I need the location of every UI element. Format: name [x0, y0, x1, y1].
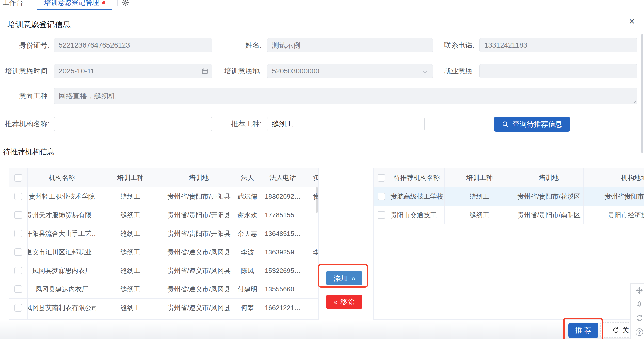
table-row[interactable]: 贵州轻工职业技术学院 缝纫工 贵州省/贵阳市/开阳县 武斌儒 18302692…… [9, 187, 318, 206]
cell-place: 贵州省/贵阳市/南明区 [514, 206, 584, 224]
cell-org-name: 开阳县流合大山手工艺… [28, 224, 96, 243]
select-all-checkbox[interactable] [378, 174, 385, 182]
row-checkbox[interactable] [14, 304, 22, 312]
dialog-scrollbar-thumb[interactable] [641, 34, 643, 153]
cell-org-name: 贵州轻工职业技术学院 [28, 187, 96, 206]
close-icon[interactable]: × [625, 15, 638, 28]
refresh-tool-button[interactable] [630, 311, 644, 325]
section-divider [0, 163, 644, 163]
phone-label: 联系电话: [422, 38, 477, 52]
train-place-select[interactable] [267, 64, 433, 78]
screen: 工作台 培训意愿登记管理 培训意愿登记信息 × 身份证号: 姓名: 联系电话: … [0, 0, 644, 339]
cell-place: 贵州省/遵义市/凤冈县 [165, 299, 233, 317]
side-toolbar: ? [630, 283, 644, 339]
table-row[interactable]: 开阳县流合大山手工艺… 缝纫工 贵州省/贵阳市/开阳县 余天惠 13648515… [9, 224, 318, 243]
sync-icon [636, 314, 643, 322]
cell-legal-phone: 13648515… [262, 224, 304, 243]
table-row[interactable]: 凤冈县建达内衣厂 缝纫工 贵州省/遵义市/凤冈县 付建明 13555660… [9, 280, 318, 299]
tab-separator [117, 0, 118, 6]
col-header: 机构地址 [584, 168, 644, 187]
row-checkbox[interactable] [14, 285, 22, 293]
tab-training-registration[interactable]: 培训意愿登记管理 [37, 0, 112, 7]
cell-place: 贵州省/贵阳市/花溪区 [514, 187, 584, 206]
cell-trade: 缝纫工 [96, 261, 165, 280]
rocket-tool-button[interactable] [630, 297, 644, 311]
cell-place: 贵州省/遵义市/凤冈县 [165, 261, 233, 280]
row-checkbox[interactable] [14, 193, 22, 200]
cell-legal: 余天惠 [233, 224, 262, 243]
select-all-checkbox[interactable] [14, 174, 22, 182]
double-chevron-right-icon: » [351, 274, 355, 282]
org-name-input[interactable] [54, 117, 212, 131]
col-header: 待推荐机构名称 [389, 168, 445, 187]
table-row[interactable]: 凤冈县梦寐思内衣厂 缝纫工 贵州省/遵义市/凤冈县 陈凤 15322695… [9, 261, 318, 280]
move-tool-button[interactable] [630, 283, 644, 297]
col-header: 培训地 [165, 168, 233, 187]
double-chevron-left-icon: « [334, 298, 337, 306]
cell-legal: 陈凤 [233, 261, 262, 280]
cell-org-address: 贵州省贵阳市经济技 [584, 187, 644, 206]
cell-trade: 缝纫工 [96, 224, 165, 243]
tab-workbench[interactable]: 工作台 [3, 0, 23, 7]
cell-org-name: 凤冈县艾南制衣有限公司 [28, 299, 96, 317]
table-header-row: 机构名称 培训工种 培训地 法人 法人电话 负责人 [9, 168, 318, 187]
cell-trade: 缝纫工 [96, 243, 165, 261]
cell-org-name: 遵义市汇川区汇邦职业… [28, 243, 96, 261]
recommend-button-label: 推 荐 [575, 326, 591, 335]
unsaved-dot-badge [102, 1, 105, 4]
train-time-label: 培训意愿时间: [0, 64, 52, 78]
cell-manager [304, 261, 319, 280]
row-checkbox[interactable] [14, 211, 22, 219]
left-table-scrollbar-thumb[interactable] [316, 187, 318, 213]
table-row[interactable]: 遵义市汇川区汇邦职业… 缝纫工 贵州省/遵义市/凤冈县 李波 13639259…… [9, 243, 318, 261]
name-field[interactable] [267, 38, 433, 52]
cell-manager [304, 299, 319, 317]
employment-label: 就业意愿: [422, 64, 477, 78]
query-button-label: 查询待推荐信息 [512, 119, 562, 129]
cell-legal-phone: 17785155… [262, 206, 304, 224]
tab-bar: 工作台 培训意愿登记管理 [0, 0, 644, 10]
row-checkbox[interactable] [378, 211, 385, 219]
col-header: 负责人 [304, 168, 319, 187]
cell-legal-phone: 16621221… [262, 299, 304, 317]
col-header: 机构名称 [28, 168, 96, 187]
cell-trade: 缝纫工 [96, 187, 165, 206]
employment-field[interactable] [479, 64, 637, 78]
table-row[interactable]: 贵州天才服饰贸易有限… 缝纫工 贵州省/贵阳市/开阳县 谢永欢 17785155… [9, 206, 318, 224]
train-time-date-field[interactable] [54, 64, 212, 78]
dialog-title: 培训意愿登记信息 [8, 19, 71, 30]
search-icon [502, 121, 509, 128]
row-checkbox[interactable] [14, 267, 22, 274]
table-row[interactable]: 贵阳市交通技工… 缝纫工 贵州省/贵阳市/南明区 贵阳市经济技术开 [374, 206, 644, 224]
header-divider [0, 33, 644, 33]
section-title: 待推荐机构信息 [3, 147, 55, 157]
table-row[interactable]: 贵航高级技工学校 缝纫工 贵州省/贵阳市/花溪区 贵州省贵阳市经济技 [374, 187, 644, 206]
cell-legal-phone: 15322695… [262, 261, 304, 280]
recommend-button[interactable]: 推 荐 [568, 323, 598, 338]
move-icon [636, 287, 643, 294]
textarea-resize-handle[interactable] [632, 99, 637, 104]
col-header: 培训工种 [96, 168, 165, 187]
id-card-field[interactable] [54, 38, 212, 52]
cell-org-name: 贵阳市交通技工… [389, 206, 445, 224]
col-header: 法人电话 [262, 168, 304, 187]
phone-field[interactable] [479, 38, 637, 52]
table-row[interactable]: 凤冈县艾南制衣有限公司 缝纫工 贵州省/遵义市/凤冈县 何攀 16621221… [9, 299, 318, 317]
help-tool-button[interactable]: ? [630, 325, 644, 339]
row-checkbox[interactable] [14, 248, 22, 256]
intended-trade-textarea[interactable]: 网络直播，缝纫机 [54, 88, 637, 104]
row-checkbox[interactable] [14, 230, 22, 237]
settings-gear-icon[interactable] [121, 0, 130, 7]
remove-button[interactable]: « 移除 [326, 295, 362, 309]
query-pending-button[interactable]: 查询待推荐信息 [494, 117, 570, 132]
id-card-label: 身份证号: [0, 38, 52, 52]
add-button[interactable]: 添加 » [326, 271, 362, 285]
col-header: 培训地 [514, 168, 584, 187]
footer-fade [0, 321, 644, 339]
cell-legal: 李波 [233, 243, 262, 261]
refresh-icon [612, 327, 619, 334]
row-checkbox[interactable] [378, 193, 385, 200]
cell-trade: 缝纫工 [96, 299, 165, 317]
cell-trade: 缝纫工 [445, 206, 514, 224]
rec-trade-input[interactable] [267, 117, 425, 131]
